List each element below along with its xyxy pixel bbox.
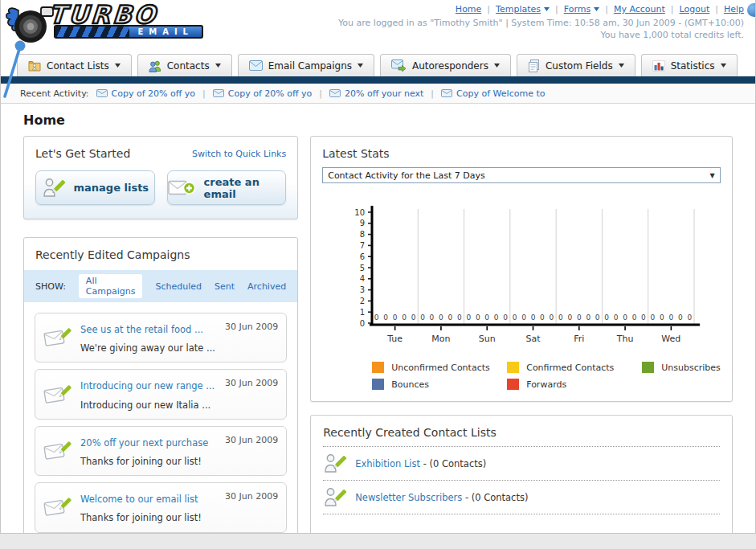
filter-archived[interactable]: Archived [247,281,286,292]
svg-text:0: 0 [540,313,545,322]
help-bubble-icon[interactable] [747,3,756,17]
svg-text:2: 2 [360,297,365,305]
contact-lists-items: Exhibition List - (0 Contacts)Newsletter… [323,447,720,514]
legend-label: Bounces [391,379,429,390]
campaign-text: See us at the retail food ...We're givin… [80,319,217,356]
campaign-text: Welcome to our email listThanks for join… [80,489,217,526]
recent-activity-link[interactable]: Copy of 20% off yo [96,88,196,99]
recent-activity-link[interactable]: Copy of 20% off yo [213,88,313,99]
top-link-templates[interactable]: Templates [496,4,550,14]
logo-subtitle: EMAIL [137,28,194,36]
small-envelope-icon [329,89,341,97]
caret-down-dark-icon [215,64,221,68]
navy-divider-bar [1,76,755,84]
manage-lists-button[interactable]: manage lists [35,170,155,205]
stats-dropdown-value: Contact Activity for the Last 7 Days [328,170,484,181]
person-pencil-icon [42,177,66,199]
tab-custom-fields[interactable]: Custom Fields [517,54,635,76]
campaign-title-link[interactable]: Welcome to our email list [80,494,198,505]
svg-text:0: 0 [550,313,554,322]
filter-all-campaigns[interactable]: All Campaigns [79,274,143,298]
tab-email-campaigns[interactable]: Email Campaigns [238,54,374,76]
separator: | [715,4,718,14]
recent-activity-link[interactable]: Copy of Welcome to [441,88,545,99]
button-label: manage lists [74,182,149,194]
chevron-down-icon: ▼ [710,172,715,179]
svg-text:Wed: Wed [662,334,681,344]
svg-text:0: 0 [503,313,508,322]
svg-text:10: 10 [354,208,365,217]
campaign-row[interactable]: 20% off your next purchaseThanks for joi… [35,426,287,476]
contact-list-link[interactable]: Newsletter Subscribers [355,492,462,503]
campaign-title-link[interactable]: Introducing our new range ... [80,380,215,391]
create-an-email-button[interactable]: create an email [167,170,287,205]
speedometer-pin-icon [1,39,30,103]
campaign-title-link[interactable]: See us at the retail food ... [80,324,203,335]
campaign-date: 30 Jun 2009 [225,491,278,502]
legend-label: Confirmed Contacts [526,363,614,373]
contact-list-link[interactable]: Exhibition List [355,458,420,469]
top-link-home[interactable]: Home [456,4,481,14]
svg-text:4: 4 [360,274,365,283]
legend-item: Unconfirmed Contacts [372,362,507,373]
svg-text:0: 0 [467,313,472,322]
logo-title: TURBO [48,2,204,27]
top-link-help[interactable]: Help [724,4,744,14]
legend-item: Unsubscribes [642,362,721,373]
tab-contacts[interactable]: Contacts [137,54,232,76]
svg-text:7: 7 [360,241,365,250]
svg-text:0: 0 [604,313,609,322]
svg-text:0: 0 [513,313,517,322]
separator: | [202,88,206,99]
tab-autoresponders[interactable]: Autoresponders [380,54,511,76]
stats-period-dropdown[interactable]: Contact Activity for the Last 7 Days ▼ [322,167,721,183]
svg-text:0: 0 [485,313,490,322]
campaign-title-link[interactable]: 20% off your next purchase [80,437,208,449]
svg-text:Sun: Sun [479,334,496,344]
campaign-subtitle: We're giving away our late ... [80,342,215,354]
filter-scheduled[interactable]: Scheduled [155,281,202,292]
contact-list-count: - (0 Contacts) [423,458,486,469]
recent-activity-bar: Recent Activity: Copy of 20% off yo|Copy… [1,84,755,104]
top-link-my-account[interactable]: My Account [614,4,665,14]
latest-stats-panel: Latest Stats Contact Activity for the La… [310,136,733,402]
left-column: Let's Get Started Switch to Quick Links … [23,136,298,534]
campaign-row[interactable]: Welcome to our email listThanks for join… [35,482,287,532]
envelope-pencil-icon [43,383,72,406]
envelope-pencil-icon [43,496,72,518]
campaign-text: Introducing our new range ...Introducing… [80,375,217,412]
logo-email-bar: EMAIL [54,25,203,39]
svg-text:0: 0 [632,313,637,322]
campaigns-title: Recently Edited Campaigns [35,248,286,261]
campaign-date: 30 Jun 2009 [225,378,278,388]
campaigns-filter-bar: SHOW: All CampaignsScheduledSentArchived [24,270,297,302]
switch-to-quick-links[interactable]: Switch to Quick Links [192,149,286,159]
recent-activity-link[interactable]: 20% off your next [329,88,423,99]
top-link-forms[interactable]: Forms [564,4,599,14]
top-link-logout[interactable]: Logout [680,4,710,14]
credits-info: You have 1,000 total credits left. [338,30,744,40]
main-tabs: Contact ListsContactsEmail CampaignsAuto… [1,50,755,76]
envelope-icon [249,60,263,71]
svg-text:0: 0 [568,313,573,322]
show-label: SHOW: [35,281,66,292]
campaign-row[interactable]: Introducing our new range ...Introducing… [35,369,287,419]
latest-stats-title: Latest Stats [322,147,721,160]
folder-icon [28,59,41,72]
small-envelope-icon [96,89,108,97]
campaign-text: 20% off your next purchaseThanks for joi… [80,432,217,469]
contact-list-row[interactable]: Newsletter Subscribers - (0 Contacts) [323,481,720,514]
tab-contact-lists[interactable]: Contact Lists [17,54,132,76]
svg-text:Mon: Mon [432,334,451,344]
contact-list-row[interactable]: Exhibition List - (0 Contacts) [323,447,720,481]
person-pencil-icon [323,486,347,508]
campaign-row[interactable]: See us at the retail food ...We're givin… [35,313,287,363]
filter-sent[interactable]: Sent [215,281,235,292]
header-right: Home|Templates|Forms|My Account|Logout|H… [338,4,744,40]
chart-legend: Unconfirmed ContactsConfirmed ContactsUn… [372,362,721,390]
separator: | [671,4,674,14]
svg-text:Sat: Sat [526,334,541,344]
tab-label: Statistics [671,60,715,72]
login-info: You are logged in as "Timothy Smith" | S… [338,18,744,28]
tab-statistics[interactable]: Statistics [641,54,738,76]
